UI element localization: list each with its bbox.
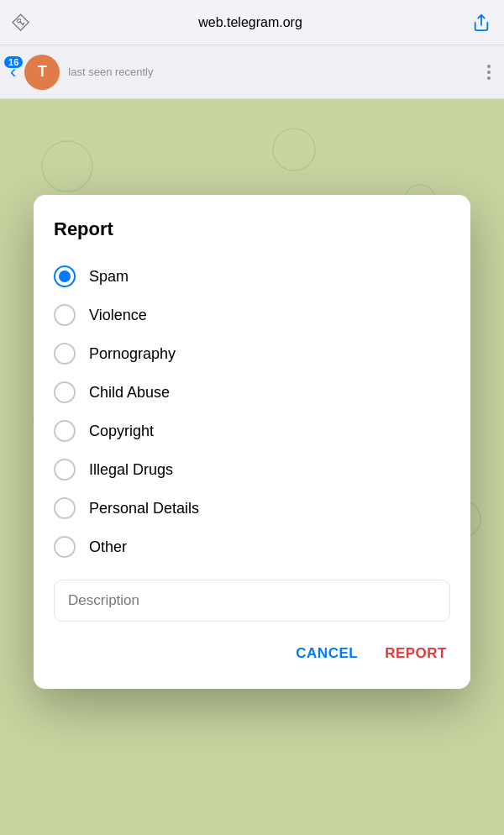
radio-option-personal-details[interactable]: Personal Details — [54, 489, 450, 528]
radio-option-pornography[interactable]: Pornography — [54, 334, 450, 373]
radio-option-child-abuse[interactable]: Child Abuse — [54, 373, 450, 412]
radio-label-illegal-drugs: Illegal Drugs — [89, 461, 173, 479]
radio-option-copyright[interactable]: Copyright — [54, 412, 450, 450]
browser-bar: ⚿ web.telegram.org — [0, 0, 504, 45]
modal-overlay: Report SpamViolencePornographyChild Abus… — [0, 99, 504, 835]
radio-circle-spam — [54, 265, 76, 287]
radio-option-other[interactable]: Other — [54, 528, 450, 566]
radio-label-violence: Violence — [89, 307, 147, 324]
dot-icon — [487, 76, 491, 80]
radio-label-pornography: Pornography — [89, 345, 176, 363]
radio-label-child-abuse: Child Abuse — [89, 384, 170, 402]
radio-label-copyright: Copyright — [89, 423, 154, 440]
radio-label-personal-details: Personal Details — [89, 500, 199, 517]
report-title: Report — [54, 218, 450, 240]
dot-icon — [487, 65, 491, 68]
radio-circle-child-abuse — [54, 381, 76, 403]
radio-label-spam: Spam — [89, 268, 129, 286]
radio-circle-pornography — [54, 343, 76, 365]
back-button[interactable]: 16 ‹ — [10, 63, 16, 81]
radio-circle-copyright — [54, 420, 76, 442]
tg-header: 16 ‹ T last seen recently — [0, 45, 504, 99]
description-input[interactable] — [68, 592, 436, 609]
dot-icon — [487, 71, 491, 74]
report-options-list: SpamViolencePornographyChild AbuseCopyri… — [54, 257, 450, 566]
radio-circle-illegal-drugs — [54, 459, 76, 481]
report-button[interactable]: REPORT — [381, 638, 450, 669]
browser-url[interactable]: web.telegram.org — [198, 15, 302, 30]
contact-info: last seen recently — [68, 66, 475, 78]
radio-option-spam[interactable]: Spam — [54, 257, 450, 296]
more-button[interactable] — [484, 61, 494, 83]
share-icon[interactable] — [472, 13, 491, 32]
radio-circle-other — [54, 536, 76, 558]
notification-badge: 16 — [4, 56, 23, 68]
radio-circle-violence — [54, 304, 76, 326]
radio-label-other: Other — [89, 538, 127, 556]
dialog-actions: CANCEL REPORT — [54, 638, 450, 669]
avatar: T — [24, 55, 60, 90]
report-dialog: Report SpamViolencePornographyChild Abus… — [34, 195, 470, 689]
contact-status: last seen recently — [68, 66, 475, 78]
radio-option-violence[interactable]: Violence — [54, 296, 450, 334]
radio-option-illegal-drugs[interactable]: Illegal Drugs — [54, 450, 450, 489]
cancel-button[interactable]: CANCEL — [292, 638, 361, 669]
description-box[interactable] — [54, 580, 450, 622]
radio-circle-personal-details — [54, 497, 76, 519]
key-icon: ⚿ — [9, 11, 33, 34]
